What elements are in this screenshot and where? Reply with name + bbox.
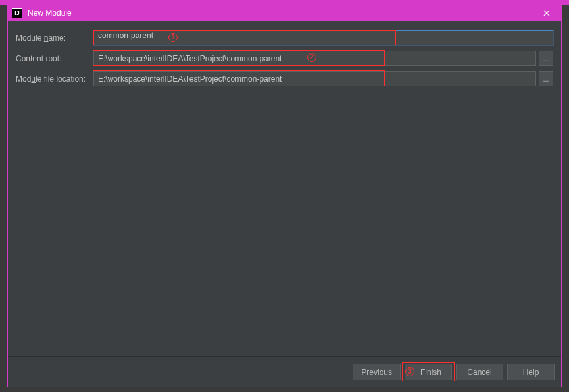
text-caret [153, 32, 153, 41]
previous-button[interactable]: Previous [353, 364, 401, 380]
content-root-label: Content root: [16, 54, 93, 63]
module-name-row: Module name: common-parent 1 [16, 30, 553, 45]
new-module-dialog: IJ New Module Module name: common-parent… [7, 5, 562, 387]
help-button[interactable]: Help [507, 364, 555, 380]
content-root-row: Content root: 2 ... [16, 51, 553, 66]
module-name-value: common-parent [98, 31, 153, 40]
content-root-input[interactable] [93, 51, 536, 66]
annotation-marker-1: 1 [168, 33, 178, 42]
titlebar[interactable]: IJ New Module [8, 5, 561, 21]
module-name-input[interactable]: common-parent 1 [93, 30, 553, 45]
dialog-footer: Previous Finish 3 Cancel Help [8, 356, 561, 387]
content-root-browse-button[interactable]: ... [539, 51, 553, 66]
dialog-content: Module name: common-parent 1 Content roo… [8, 21, 561, 356]
module-name-label: Module name: [16, 34, 93, 43]
finish-button[interactable]: Finish [405, 364, 452, 380]
dialog-title: New Module [28, 9, 536, 18]
module-file-location-browse-button[interactable]: ... [539, 71, 553, 86]
cancel-button[interactable]: Cancel [456, 364, 503, 380]
module-file-location-input[interactable] [93, 71, 536, 86]
module-file-location-row: Module file location: ... [16, 71, 553, 86]
app-icon: IJ [12, 8, 22, 18]
close-icon[interactable] [536, 5, 557, 21]
module-file-location-label: Module file location: [16, 74, 93, 84]
